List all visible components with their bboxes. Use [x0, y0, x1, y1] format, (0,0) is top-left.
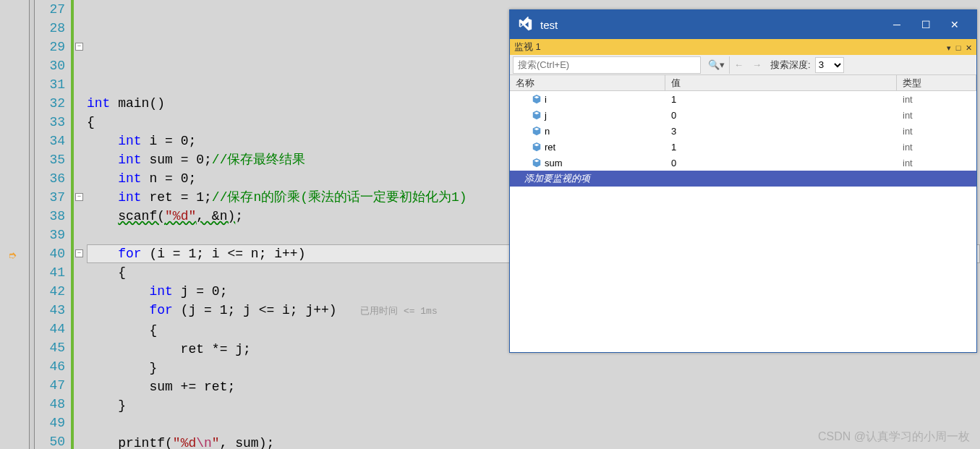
window-title: test	[540, 19, 882, 31]
tab-label[interactable]: 监视 1	[514, 40, 541, 54]
fold-icon[interactable]: −	[75, 249, 83, 257]
tool-tab-bar: 监视 1 ▾ □ ✕	[510, 39, 976, 55]
execution-pointer-icon: ➮	[9, 247, 17, 263]
minimize-button[interactable]: ─	[882, 10, 911, 39]
close-button[interactable]: ✕	[940, 10, 969, 39]
outline-margin[interactable]: − − −	[74, 0, 87, 449]
tab-controls: ▾ □ ✕	[945, 42, 972, 53]
dropdown-icon[interactable]: ▾	[947, 43, 951, 52]
fold-icon[interactable]: −	[75, 43, 83, 51]
close-tab-icon[interactable]: ✕	[966, 43, 972, 52]
code-editor: ➮ 27282930313233343536373839404142434445…	[0, 0, 980, 449]
scrollbar[interactable]	[29, 0, 35, 449]
titlebar[interactable]: test ─ ☐ ✕	[510, 10, 976, 39]
visual-studio-icon	[517, 17, 533, 33]
line-numbers: 2728293031323334353637383940414243444546…	[35, 0, 71, 449]
pin-icon[interactable]: □	[956, 43, 961, 52]
breakpoint-margin[interactable]: ➮	[0, 0, 29, 449]
maximize-button[interactable]: ☐	[911, 10, 940, 39]
code-area[interactable]: int main(){ int i = 0; int sum = 0;//保存最…	[87, 0, 980, 449]
fold-icon[interactable]: −	[75, 193, 83, 201]
